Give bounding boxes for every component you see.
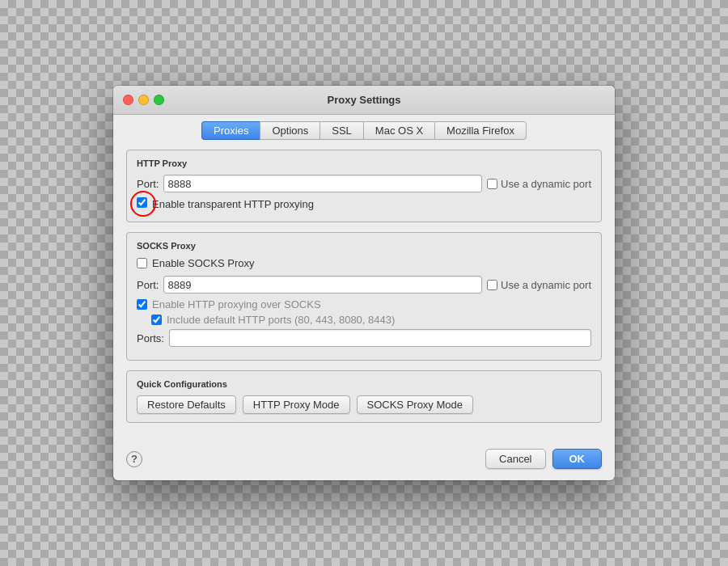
socks-enable-checkbox[interactable] bbox=[137, 258, 147, 268]
tab-macosx[interactable]: Mac OS X bbox=[363, 121, 434, 140]
socks-proxy-mode-button[interactable]: SOCKS Proxy Mode bbox=[357, 395, 474, 414]
http-port-row: Port: Use a dynamic port bbox=[137, 175, 591, 192]
socks-enable-label: Enable SOCKS Proxy bbox=[152, 257, 254, 269]
footer-buttons: Cancel OK bbox=[485, 449, 602, 469]
maximize-button[interactable] bbox=[154, 95, 164, 105]
traffic-lights bbox=[123, 95, 164, 105]
cancel-button[interactable]: Cancel bbox=[485, 449, 545, 469]
footer: ? Cancel OK bbox=[113, 442, 615, 480]
minimize-button[interactable] bbox=[138, 95, 149, 105]
socks-ports-row: Ports: bbox=[137, 329, 591, 347]
close-button[interactable] bbox=[123, 95, 133, 105]
socks-dynamic-port-checkbox[interactable] bbox=[487, 280, 497, 290]
titlebar: Proxy Settings bbox=[113, 86, 615, 115]
restore-defaults-button[interactable]: Restore Defaults bbox=[137, 395, 236, 414]
proxy-settings-window: Proxy Settings Proxies Options SSL Mac O… bbox=[113, 86, 615, 480]
socks-port-input[interactable] bbox=[163, 276, 482, 294]
http-dynamic-port-row: Use a dynamic port bbox=[487, 178, 591, 190]
quick-configs-label: Quick Configurations bbox=[137, 379, 591, 389]
socks-ports-input[interactable] bbox=[169, 329, 591, 347]
socks-port-label: Port: bbox=[137, 279, 159, 291]
http-transparent-row: Enable transparent HTTP proxying bbox=[137, 197, 591, 210]
socks-proxy-label: SOCKS Proxy bbox=[137, 241, 591, 251]
socks-dynamic-port-label: Use a dynamic port bbox=[501, 279, 591, 291]
socks-default-ports-label: Include default HTTP ports (80, 443, 808… bbox=[167, 314, 395, 326]
http-port-input[interactable] bbox=[163, 175, 482, 192]
socks-http-over-socks-checkbox[interactable] bbox=[137, 299, 147, 310]
http-proxy-label: HTTP Proxy bbox=[137, 158, 591, 168]
http-port-label: Port: bbox=[137, 178, 159, 190]
socks-dynamic-port-row: Use a dynamic port bbox=[487, 279, 591, 291]
http-transparent-checkbox-wrapper bbox=[137, 197, 147, 210]
quick-configs-section: Quick Configurations Restore Defaults HT… bbox=[126, 370, 602, 423]
help-button[interactable]: ? bbox=[126, 451, 142, 467]
quick-buttons-row: Restore Defaults HTTP Proxy Mode SOCKS P… bbox=[137, 395, 591, 414]
content-area: HTTP Proxy Port: Use a dynamic port Enab… bbox=[113, 140, 615, 442]
http-proxy-section: HTTP Proxy Port: Use a dynamic port Enab… bbox=[126, 150, 602, 222]
tab-firefox[interactable]: Mozilla Firefox bbox=[434, 121, 527, 140]
tab-ssl[interactable]: SSL bbox=[320, 121, 363, 140]
http-dynamic-port-checkbox[interactable] bbox=[487, 179, 497, 189]
socks-proxy-section: SOCKS Proxy Enable SOCKS Proxy Port: Use… bbox=[126, 232, 602, 361]
http-proxy-mode-button[interactable]: HTTP Proxy Mode bbox=[243, 395, 350, 414]
socks-default-ports-checkbox[interactable] bbox=[151, 315, 162, 325]
socks-ports-label: Ports: bbox=[137, 332, 164, 344]
http-dynamic-port-label: Use a dynamic port bbox=[501, 178, 591, 190]
tab-options[interactable]: Options bbox=[260, 121, 320, 140]
window-title: Proxy Settings bbox=[327, 94, 400, 106]
socks-port-row: Port: Use a dynamic port bbox=[137, 276, 591, 294]
ok-button[interactable]: OK bbox=[552, 449, 603, 469]
socks-enable-row: Enable SOCKS Proxy bbox=[137, 257, 591, 269]
http-transparent-label: Enable transparent HTTP proxying bbox=[152, 198, 314, 210]
tabs-bar: Proxies Options SSL Mac OS X Mozilla Fir… bbox=[113, 115, 615, 140]
socks-http-over-socks-row: Enable HTTP proxying over SOCKS bbox=[137, 298, 591, 310]
socks-http-over-socks-label: Enable HTTP proxying over SOCKS bbox=[152, 298, 321, 310]
http-transparent-checkbox[interactable] bbox=[137, 197, 147, 208]
tab-proxies[interactable]: Proxies bbox=[201, 121, 260, 140]
socks-default-ports-row: Include default HTTP ports (80, 443, 808… bbox=[151, 314, 591, 326]
